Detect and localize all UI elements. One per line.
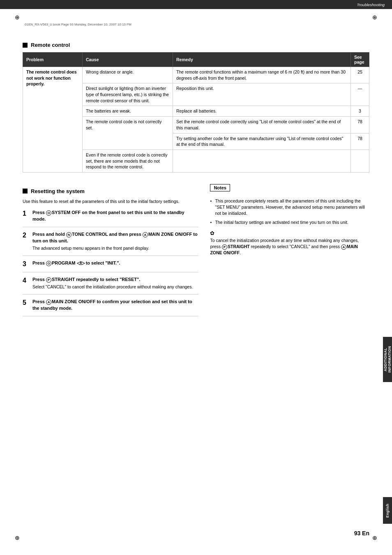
circle-n-icon: N: [66, 232, 71, 237]
col-remedy: Remedy: [173, 53, 351, 67]
seepage-cell: —: [351, 83, 369, 106]
remedy-cell: Reposition this unit.: [173, 83, 351, 106]
seepage-cell: 78: [351, 117, 369, 133]
corner-mark-bl: ⊕: [12, 533, 22, 543]
corner-mark-tr: ⊕: [370, 12, 380, 22]
corner-mark-tl: ⊕: [12, 12, 22, 22]
col-seepage: See page: [351, 53, 369, 67]
step-2: 2 Press and hold NTONE CONTROL and then …: [23, 231, 198, 256]
notes-item-2: The initial factory settings are activat…: [210, 219, 369, 226]
notes-label: Notes: [214, 185, 226, 190]
resetting-section: Resetting the system Use this feature to…: [23, 184, 198, 320]
remote-control-title: Remote control: [31, 42, 70, 48]
step-detail-2: The advanced setup menu appears in the f…: [32, 245, 198, 251]
resetting-intro: Use this feature to reset all the parame…: [23, 198, 198, 205]
corner-mark-br: ⊕: [370, 533, 380, 543]
tip-section: ✿ To cancel the initialization procedure…: [210, 230, 369, 256]
notes-section: Notes This procedure completely resets a…: [210, 184, 369, 320]
resetting-title: Resetting the system: [31, 188, 85, 194]
step-number-1: 1: [23, 210, 30, 223]
circle-a3-icon: A: [341, 244, 346, 250]
step-main-1: Press OSYSTEM OFF on the front panel to …: [32, 210, 198, 223]
notes-box: Notes: [210, 184, 230, 191]
step-main-3: Press OPROGRAM ◁/▷ to select "INIT.".: [32, 260, 198, 267]
step-content-4: Press PSTRAIGHT repeatedly to select "RE…: [32, 276, 198, 290]
step-5: 5 Press AMAIN ZONE ON/OFF to confirm you…: [23, 299, 198, 316]
step-3: 3 Press OPROGRAM ◁/▷ to select "INIT.".: [23, 260, 198, 272]
troubleshooting-table: Problem Cause Remedy See page The remote…: [23, 52, 369, 173]
step-main-2: Press and hold NTONE CONTROL and then pr…: [32, 231, 198, 244]
section-label: Troubleshooting: [357, 2, 385, 7]
seepage-cell: 78: [351, 133, 369, 150]
english-label: English: [385, 503, 390, 517]
english-tab: English: [383, 497, 392, 524]
top-header-bar: Troubleshooting: [0, 0, 392, 9]
remote-control-heading: Remote control: [23, 42, 369, 48]
remedy-cell: Replace all batteries.: [173, 106, 351, 117]
additional-info-label: ADDITIONAL INFORMATION: [383, 346, 392, 373]
circle-p-icon: P: [46, 277, 51, 283]
step-number-2: 2: [23, 231, 30, 251]
col-problem: Problem: [23, 53, 83, 67]
notes-content: This procedure completely resets all the…: [210, 198, 369, 226]
cause-cell: The batteries are weak.: [83, 106, 173, 117]
step-detail-4: Select "CANCEL" to cancel the initializa…: [32, 284, 198, 290]
problem-cell: The remote control does not work nor fun…: [23, 67, 83, 173]
resetting-heading: Resetting the system: [23, 188, 198, 194]
circle-a2-icon: A: [46, 299, 51, 305]
step-number-5: 5: [23, 299, 30, 312]
step-4: 4 Press PSTRAIGHT repeatedly to select "…: [23, 276, 198, 295]
remedy-cell: [173, 150, 351, 172]
table-row: The remote control does not work nor fun…: [23, 67, 369, 83]
step-number-3: 3: [23, 260, 30, 268]
step-1: 1 Press OSYSTEM OFF on the front panel t…: [23, 210, 198, 227]
seepage-cell: 25: [351, 67, 369, 83]
step-content-2: Press and hold NTONE CONTROL and then pr…: [32, 231, 198, 251]
remedy-cell: The remote control functions within a ma…: [173, 67, 351, 83]
tip-text: To cancel the initialization procedure a…: [210, 238, 359, 255]
cause-cell: Direct sunlight or lighting (from an inv…: [83, 83, 173, 106]
circle-o-icon: O: [46, 210, 51, 216]
step-content-3: Press OPROGRAM ◁/▷ to select "INIT.".: [32, 260, 198, 268]
bullet-icon: [23, 189, 28, 193]
remedy-cell: Set the remote control code correctly us…: [173, 117, 351, 133]
bullet-icon: [23, 43, 28, 48]
circle-p2-icon: P: [222, 244, 227, 250]
additional-info-tab: ADDITIONAL INFORMATION: [383, 337, 392, 382]
step-main-4: Press PSTRAIGHT repeatedly to select "RE…: [32, 276, 198, 283]
remedy-cell: Try setting another code for the same ma…: [173, 133, 351, 150]
step-number-4: 4: [23, 276, 30, 290]
page-number: 93 En: [354, 530, 369, 537]
page-wrapper: Troubleshooting 01EN_RX-V563_U.book Page…: [0, 0, 392, 555]
seepage-cell: [351, 150, 369, 172]
notes-list: This procedure completely resets all the…: [210, 198, 369, 226]
step-content-1: Press OSYSTEM OFF on the front panel to …: [32, 210, 198, 223]
two-column-section: Resetting the system Use this feature to…: [23, 184, 369, 320]
wrench-icon: ✿: [210, 230, 214, 236]
main-content: Remote control Problem Cause Remedy See …: [0, 9, 392, 345]
col-cause: Cause: [83, 53, 173, 67]
cause-cell: Even if the remote control code is corre…: [83, 150, 173, 172]
step-content-5: Press AMAIN ZONE ON/OFF to confirm your …: [32, 299, 198, 312]
circle-o2-icon: O: [46, 261, 51, 266]
step-main-5: Press AMAIN ZONE ON/OFF to confirm your …: [32, 299, 198, 312]
print-info: 01EN_RX-V563_U.book Page 93 Monday, Dece…: [25, 23, 131, 26]
notes-item-1: This procedure completely resets all the…: [210, 198, 369, 217]
cause-cell: The remote control code is not correctly…: [83, 117, 173, 150]
cause-cell: Wrong distance or angle.: [83, 67, 173, 83]
circle-a-icon: A: [143, 232, 148, 237]
seepage-cell: 3: [351, 106, 369, 117]
